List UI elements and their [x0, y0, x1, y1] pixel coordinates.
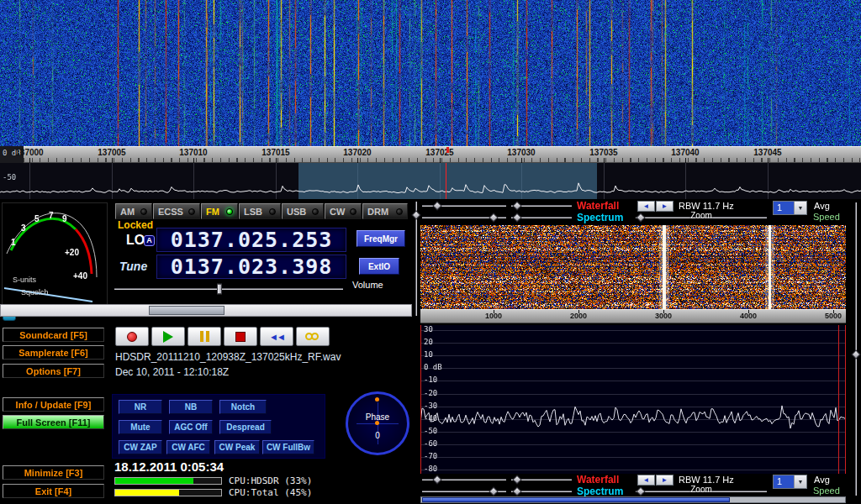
- smeter-label-5: 5: [34, 215, 40, 223]
- exit-button[interactable]: Exit [F4]: [3, 484, 104, 498]
- lo-frequency-display[interactable]: 0137.025.253: [156, 228, 346, 252]
- lo-a-badge[interactable]: A: [144, 235, 155, 246]
- shift-right-button[interactable]: ►: [656, 201, 673, 212]
- slider-thumb[interactable]: [489, 213, 498, 222]
- smeter-gauge: [3, 203, 107, 307]
- freqmgr-button[interactable]: FreqMgr: [357, 230, 405, 247]
- record-button[interactable]: [115, 327, 149, 346]
- spectrum-level-slider[interactable]: [422, 213, 506, 223]
- notch-button[interactable]: Notch: [219, 400, 267, 414]
- tune-frequency-display[interactable]: 0137.023.398: [156, 255, 346, 279]
- avg-select-value: 1: [774, 202, 794, 214]
- nb-button[interactable]: NB: [169, 400, 213, 414]
- chevron-down-icon[interactable]: ▼: [794, 475, 806, 488]
- zoom-slider[interactable]: Zoom: [636, 486, 767, 496]
- main-waterfall-display[interactable]: [0, 0, 861, 146]
- waterfall-tab[interactable]: Waterfall: [577, 200, 619, 212]
- slider-thumb[interactable]: [411, 211, 420, 220]
- audio-waterfall-display[interactable]: [420, 225, 846, 309]
- waterfall-upper-level-slider[interactable]: [422, 475, 506, 485]
- mode-label: FM: [206, 207, 219, 217]
- db-label: -60: [424, 440, 437, 448]
- extio-button[interactable]: ExtIO: [359, 258, 399, 275]
- waterfall-lower-level-slider[interactable]: [511, 201, 572, 211]
- shift-left-button[interactable]: ◄: [637, 201, 655, 212]
- frequency-scale[interactable]: 137000 137005 137010 137015 137020 13702…: [24, 146, 861, 163]
- fullscreen-button[interactable]: Full Screen [F11]: [3, 415, 104, 429]
- display-control-bar-top: Waterfall ◄ ► RBW 11.7 Hz 1 ▼ Avg Spectr…: [420, 201, 861, 223]
- phase-dial[interactable]: Phase 0: [343, 388, 412, 460]
- waterfall-tab[interactable]: Waterfall: [577, 474, 619, 486]
- cw-peak-button[interactable]: CW Peak: [214, 440, 260, 454]
- slider-thumb[interactable]: [513, 486, 522, 496]
- mode-cw-button[interactable]: CW: [325, 203, 362, 219]
- info-update-button[interactable]: Info / Update [F9]: [3, 397, 104, 412]
- zoom-slider[interactable]: Zoom: [636, 213, 767, 223]
- cw-fullbw-button[interactable]: CW FullBw: [262, 440, 314, 454]
- mode-am-button[interactable]: AM: [115, 203, 152, 219]
- agc-button[interactable]: AGC Off: [169, 420, 213, 434]
- squelch-label[interactable]: Squelch: [21, 288, 49, 297]
- cpu-total-fill: [115, 490, 179, 496]
- pause-button[interactable]: [188, 327, 221, 346]
- stop-button[interactable]: [224, 327, 257, 346]
- slider-thumb[interactable]: [432, 475, 441, 484]
- chevron-down-icon[interactable]: ▼: [794, 202, 806, 214]
- slider-thumb[interactable]: [513, 201, 522, 210]
- main-spectrum-display[interactable]: [0, 163, 861, 199]
- slider-thumb[interactable]: [513, 475, 522, 484]
- shift-left-button[interactable]: ◄: [637, 475, 655, 486]
- db-label: 30: [424, 326, 433, 333]
- shift-right-button[interactable]: ►: [656, 475, 673, 486]
- slider-thumb[interactable]: [513, 213, 522, 222]
- scrollbar-thumb[interactable]: [149, 306, 224, 315]
- slider-thumb[interactable]: [851, 350, 860, 360]
- slider-thumb[interactable]: [637, 486, 646, 496]
- slider-thumb[interactable]: [217, 284, 222, 295]
- nr-button[interactable]: NR: [119, 400, 162, 414]
- spectrum-range-slider[interactable]: [511, 213, 572, 223]
- waterfall-lower-level-slider[interactable]: [511, 475, 572, 485]
- scrollbar-thumb[interactable]: [422, 497, 730, 502]
- smeter-units-label[interactable]: S-units: [13, 276, 36, 284]
- mode-ecss-button[interactable]: ECSS: [153, 203, 200, 219]
- spectrum-range-slider[interactable]: [511, 486, 572, 496]
- minimize-button[interactable]: Minimize [F3]: [3, 465, 104, 480]
- slider-thumb[interactable]: [489, 486, 498, 496]
- rbw-label[interactable]: RBW 11.7 Hz: [679, 201, 734, 211]
- mode-lsb-button[interactable]: LSB: [239, 203, 281, 219]
- mode-button-row: AM ECSS FM LSB USB CW DRM: [115, 203, 411, 219]
- tuning-scrollbar[interactable]: [0, 304, 412, 317]
- despread-button[interactable]: Despread: [219, 420, 272, 434]
- zoom-label: Zoom: [636, 211, 767, 220]
- right-edge-slider[interactable]: [851, 202, 861, 496]
- mute-button[interactable]: Mute: [119, 420, 162, 434]
- spectrum-tab[interactable]: Spectrum: [577, 486, 623, 497]
- audio-spectrum-display[interactable]: 30 20 10 0 dB -10 -20 -30 -40 -50 -60 -7…: [420, 325, 846, 474]
- avg-select[interactable]: 1 ▼: [773, 201, 807, 215]
- cw-afc-button[interactable]: CW AFC: [166, 440, 210, 454]
- soundcard-button[interactable]: Soundcard [F5]: [3, 328, 104, 342]
- play-button[interactable]: [151, 327, 185, 346]
- slider-thumb[interactable]: [432, 201, 441, 210]
- zoom-scrollbar[interactable]: [420, 496, 846, 503]
- display-control-bar-bottom: Waterfall ◄ ► RBW 11.7 Hz 1 ▼ Avg Spectr…: [420, 475, 861, 497]
- mode-fm-button[interactable]: FM: [201, 203, 238, 219]
- loop-button[interactable]: [296, 327, 330, 346]
- rbw-label[interactable]: RBW 11.7 Hz: [679, 475, 734, 485]
- mode-usb-button[interactable]: USB: [282, 203, 324, 219]
- audio-frequency-scale[interactable]: 1000 2000 3000 4000 5000: [420, 309, 846, 323]
- spectrum-tab[interactable]: Spectrum: [577, 212, 623, 223]
- freq-tick: 137035: [578, 148, 629, 157]
- avg-select[interactable]: 1 ▼: [773, 475, 807, 489]
- db-label: -20: [424, 390, 437, 397]
- volume-slider[interactable]: [114, 284, 343, 294]
- waterfall-upper-level-slider[interactable]: [422, 201, 506, 211]
- rewind-button[interactable]: ◄◄: [260, 327, 293, 346]
- slider-thumb[interactable]: [637, 213, 646, 222]
- options-button[interactable]: Options [F7]: [3, 364, 104, 378]
- spectrum-level-slider[interactable]: [422, 486, 506, 496]
- cw-zap-button[interactable]: CW ZAP: [119, 440, 162, 454]
- mode-drm-button[interactable]: DRM: [362, 203, 408, 219]
- samplerate-button[interactable]: Samplerate [F6]: [3, 345, 104, 360]
